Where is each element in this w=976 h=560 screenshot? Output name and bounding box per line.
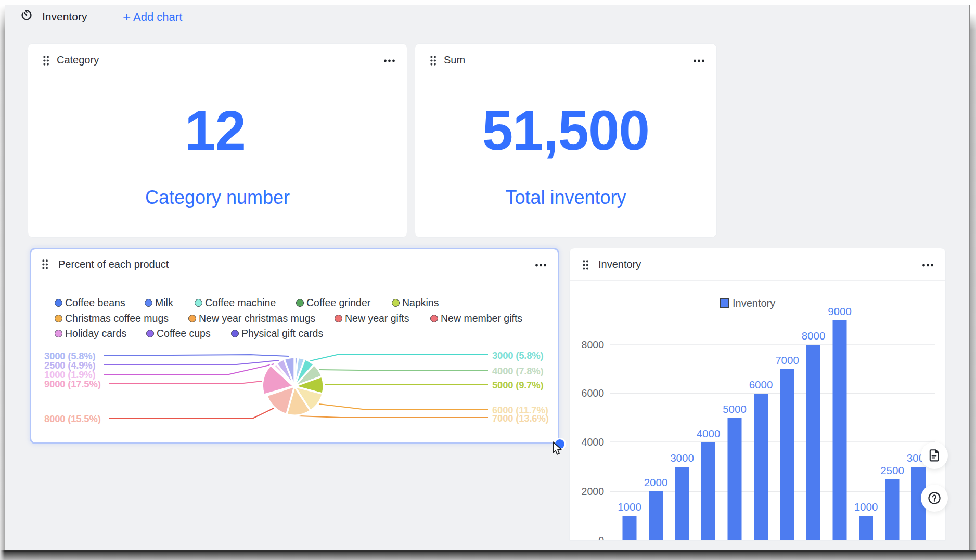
- svg-text:6000: 6000: [749, 379, 773, 390]
- svg-text:6000: 6000: [582, 387, 605, 399]
- svg-text:2500: 2500: [880, 464, 904, 476]
- svg-text:1000: 1000: [854, 501, 878, 513]
- svg-text:8000: 8000: [582, 339, 605, 350]
- svg-text:0: 0: [598, 535, 604, 541]
- svg-text:2000: 2000: [582, 486, 605, 497]
- svg-text:8000: 8000: [802, 330, 826, 342]
- svg-text:7000: 7000: [775, 354, 799, 366]
- svg-text:Inventory: Inventory: [733, 297, 775, 309]
- svg-text:4000: 4000: [582, 436, 605, 448]
- svg-text:3000: 3000: [670, 452, 694, 464]
- svg-text:1000: 1000: [618, 501, 641, 513]
- svg-text:5000: 5000: [723, 403, 747, 415]
- svg-text:9000: 9000: [828, 305, 852, 317]
- svg-text:2000: 2000: [644, 476, 668, 488]
- svg-text:4000: 4000: [697, 427, 721, 439]
